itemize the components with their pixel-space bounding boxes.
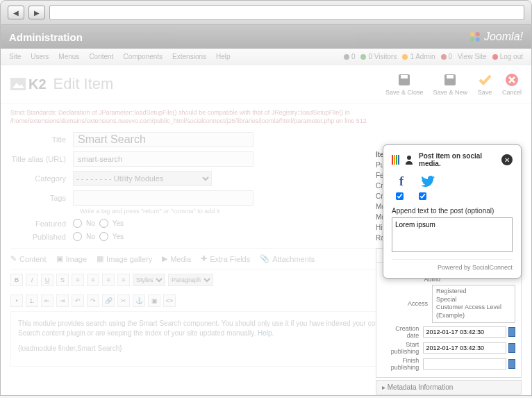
tab-gallery[interactable]: ▦ Image gallery — [97, 254, 152, 263]
menu-help[interactable]: Help — [216, 53, 231, 60]
status-messages[interactable]: 0 — [441, 53, 453, 60]
joomla-icon — [469, 31, 481, 43]
tab-extra[interactable]: ✚ Extra Fields — [201, 254, 250, 263]
ed-align-center[interactable]: ≡ — [87, 274, 99, 286]
title-input[interactable] — [73, 132, 253, 147]
label-featured: Featured — [10, 219, 73, 228]
status-admin[interactable]: 1 Admin — [402, 53, 435, 60]
ed-bold[interactable]: B — [10, 274, 23, 286]
ed-list[interactable]: • — [10, 295, 23, 307]
logout-link[interactable]: Log out — [492, 53, 523, 60]
ed-italic[interactable]: I — [26, 274, 38, 286]
ed-paragraph[interactable]: Paragraph — [168, 274, 213, 286]
cancel-button[interactable]: Cancel — [502, 72, 522, 96]
ed-align-right[interactable]: ≡ — [102, 274, 115, 286]
admin-title: Administration — [9, 31, 83, 43]
help-link[interactable]: Help. — [258, 329, 274, 337]
browser-back-button[interactable]: ◀ — [8, 6, 24, 19]
view-site-link[interactable]: View Site — [458, 53, 487, 60]
menu-content[interactable]: Content — [89, 53, 113, 60]
append-label: Append text to the post (optional) — [392, 207, 513, 215]
label-alias: Title alias (URL) — [10, 155, 73, 163]
svg-point-2 — [470, 38, 474, 42]
creation-date-input[interactable] — [423, 326, 506, 338]
svg-rect-4 — [10, 78, 26, 90]
finish-publishing-input[interactable] — [423, 358, 506, 370]
check-icon — [477, 72, 492, 88]
label-category: Category — [10, 174, 73, 183]
svg-rect-9 — [447, 75, 454, 78]
tab-attachments[interactable]: 📎 Attachments — [260, 254, 315, 263]
close-button[interactable]: ✕ — [501, 154, 513, 165]
calendar-icon[interactable] — [508, 327, 515, 337]
twitter-checkbox[interactable] — [419, 192, 426, 200]
tab-media[interactable]: ▶ Media — [162, 254, 191, 263]
append-textarea[interactable]: Lorem ipsum — [392, 217, 513, 252]
calendar-icon[interactable] — [508, 343, 515, 353]
save-button[interactable]: Save — [477, 72, 492, 96]
start-publishing-input[interactable] — [423, 342, 506, 354]
ed-strike[interactable]: S — [56, 274, 69, 286]
ed-styles[interactable]: Styles — [133, 274, 165, 286]
save-close-button[interactable]: Save & Close — [385, 72, 424, 96]
app-window: Administration Joomla! Site Users Menus … — [0, 25, 532, 396]
ed-image[interactable]: ▣ — [148, 295, 160, 307]
menu-site[interactable]: Site — [9, 53, 21, 60]
published-yes[interactable] — [99, 232, 108, 241]
ed-code[interactable]: <> — [163, 295, 176, 307]
label-tags: Tags — [10, 194, 73, 202]
k2-logo: K2 — [10, 76, 47, 92]
label-title: Title — [10, 135, 73, 144]
ed-align-justify[interactable]: ≡ — [117, 274, 130, 286]
tab-content[interactable]: ✎ Content — [10, 254, 47, 263]
facebook-checkbox[interactable] — [396, 192, 404, 200]
category-select[interactable]: - - - - - - - - Utility Modules — [73, 171, 212, 186]
access-level-list[interactable]: Registered Special Customer Access Level… — [432, 285, 515, 323]
social-popup: Post item on social media. ✕ f Append te… — [383, 144, 522, 279]
featured-yes[interactable] — [99, 219, 108, 228]
menu-users[interactable]: Users — [31, 53, 49, 60]
socialconnect-link[interactable]: SocialConnect — [472, 264, 513, 271]
url-bar[interactable] — [49, 5, 524, 20]
status-visitors[interactable]: 0 Visitors — [360, 53, 397, 60]
tab-image[interactable]: ▣ Image — [56, 254, 88, 263]
menu-extensions[interactable]: Extensions — [172, 53, 206, 60]
page-title: Edit Item — [53, 75, 114, 93]
ed-indent[interactable]: ⇥ — [56, 295, 69, 307]
featured-no[interactable] — [73, 219, 82, 228]
ed-undo[interactable]: ↶ — [72, 295, 84, 307]
facebook-icon[interactable]: f — [394, 174, 408, 188]
disk-icon — [443, 73, 457, 87]
calendar-icon[interactable] — [508, 359, 515, 369]
ed-link[interactable]: 🔗 — [102, 295, 115, 307]
tags-input[interactable] — [73, 190, 253, 206]
label-published: Published — [10, 233, 73, 241]
top-menu: Site Users Menus Content Components Exte… — [1, 49, 531, 65]
ed-outdent[interactable]: ⇤ — [41, 295, 53, 307]
person-icon — [405, 155, 413, 165]
alias-input[interactable] — [73, 151, 253, 167]
popup-footer: Powered by SocialConnect — [392, 259, 513, 271]
published-no[interactable] — [73, 232, 82, 241]
status-users[interactable]: 0 — [344, 53, 356, 60]
menu-components[interactable]: Components — [123, 53, 163, 60]
accordion-metadata[interactable]: ▸ Metadata Information — [376, 380, 522, 395]
php-warning: Strict Standards: Declaration of JParame… — [10, 109, 522, 125]
svg-point-0 — [470, 32, 474, 36]
ed-redo[interactable]: ↷ — [87, 295, 99, 307]
ed-unlink[interactable]: ✂ — [117, 295, 130, 307]
browser-chrome: ◀ ▶ — [0, 0, 532, 25]
svg-rect-7 — [401, 75, 408, 78]
toolbar-actions: Save & Close Save & New Save Cancel — [385, 72, 522, 96]
page-header: K2 Edit Item Save & Close Save & New Sav… — [1, 65, 531, 103]
ed-align-left[interactable]: ≡ — [72, 274, 84, 286]
save-new-button[interactable]: Save & New — [433, 72, 467, 96]
browser-forward-button[interactable]: ▶ — [28, 6, 45, 19]
ed-underline[interactable]: U — [41, 274, 53, 286]
popup-title: Post item on social media. — [419, 152, 496, 167]
ed-numlist[interactable]: 1. — [26, 295, 38, 307]
twitter-icon[interactable] — [421, 174, 435, 188]
menu-menus[interactable]: Menus — [58, 53, 79, 60]
image-icon — [10, 78, 26, 90]
ed-anchor[interactable]: ⚓ — [133, 295, 145, 307]
